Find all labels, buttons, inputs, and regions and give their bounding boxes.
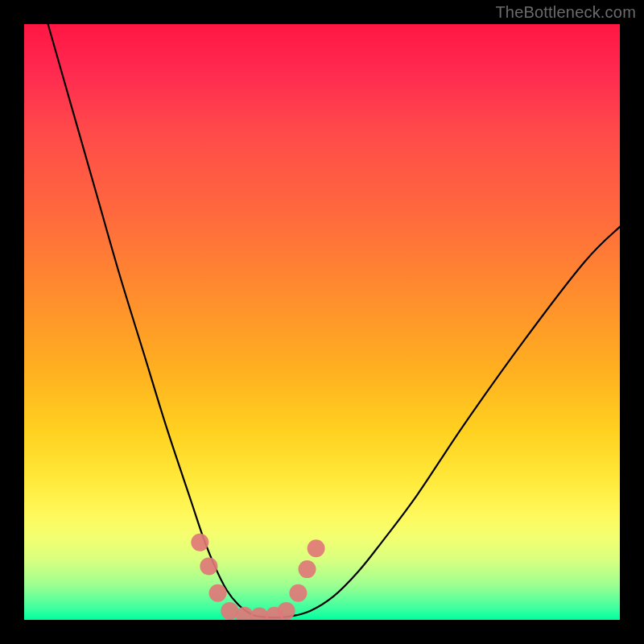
curve-marker <box>250 608 268 620</box>
watermark-text: TheBottleneck.com <box>495 3 636 22</box>
curve-marker <box>289 584 307 602</box>
curve-marker <box>308 539 325 557</box>
curve-marker <box>191 534 208 551</box>
curve-group <box>48 24 620 617</box>
curve-marker <box>209 584 227 602</box>
chart-frame: TheBottleneck.com <box>0 0 644 644</box>
chart-svg <box>24 24 620 620</box>
bottleneck-curve <box>48 24 620 617</box>
curve-marker <box>278 602 295 620</box>
plot-area <box>24 24 620 620</box>
curve-marker <box>200 557 217 575</box>
curve-markers <box>191 534 324 620</box>
curve-marker <box>299 560 316 578</box>
